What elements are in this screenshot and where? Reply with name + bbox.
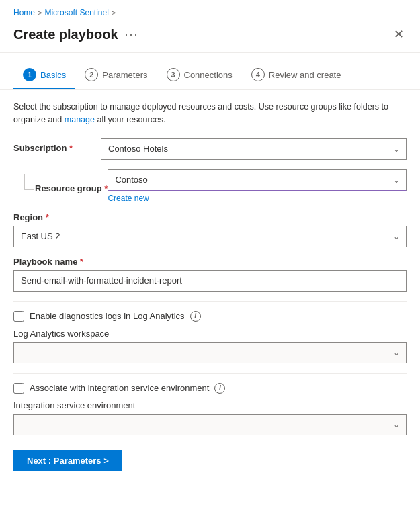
form-content: Select the subscription to manage deploy… xyxy=(0,90,420,484)
associate-integration-row: Associate with integration service envir… xyxy=(13,383,407,394)
log-analytics-section: Log Analytics workspace ⌄ xyxy=(13,329,407,363)
enable-diagnostics-row: Enable diagnostics logs in Log Analytics… xyxy=(13,311,407,322)
integration-env-select[interactable] xyxy=(13,414,407,435)
breadcrumb-sep2: > xyxy=(112,9,116,17)
next-button[interactable]: Next : Parameters > xyxy=(13,450,122,471)
region-select-wrapper: East US 2 ⌄ xyxy=(13,226,407,247)
associate-integration-info-icon[interactable]: i xyxy=(214,383,225,394)
tab-connections[interactable]: 3 Connections xyxy=(157,62,242,89)
divider2 xyxy=(13,373,407,374)
playbook-name-required: * xyxy=(80,257,83,267)
enable-diagnostics-checkbox[interactable] xyxy=(13,311,24,322)
tab-connections-label: Connections xyxy=(184,70,233,80)
dialog-title: Create playbook xyxy=(13,27,118,42)
tab-connections-num: 3 xyxy=(167,68,180,81)
subscription-select-wrapper: Contoso Hotels ⌄ xyxy=(101,138,407,160)
divider1 xyxy=(13,301,407,302)
tab-review-label: Review and create xyxy=(269,70,341,80)
associate-integration-label: Associate with integration service envir… xyxy=(30,383,209,393)
subscription-select[interactable]: Contoso Hotels xyxy=(101,138,407,160)
log-analytics-select-wrapper: ⌄ xyxy=(13,342,407,363)
desc-link[interactable]: manage xyxy=(65,115,95,124)
tab-parameters-num: 2 xyxy=(85,68,98,81)
integration-env-label: Integration service environment xyxy=(13,400,407,410)
wizard-tabs: 1 Basics 2 Parameters 3 Connections 4 Re… xyxy=(0,53,420,90)
resource-group-select[interactable]: Contoso xyxy=(108,169,407,191)
region-section: Region * East US 2 ⌄ xyxy=(13,212,407,247)
playbook-name-input[interactable] xyxy=(13,270,407,292)
region-required: * xyxy=(46,212,49,222)
log-analytics-select[interactable] xyxy=(13,342,407,363)
more-options-icon[interactable]: ··· xyxy=(125,28,139,42)
breadcrumb: Home > Microsoft Sentinel > xyxy=(0,0,420,21)
desc-text2: all your resources. xyxy=(95,115,166,124)
region-label: Region * xyxy=(13,212,407,222)
tab-parameters-label: Parameters xyxy=(102,70,147,80)
description: Select the subscription to manage deploy… xyxy=(13,101,407,126)
tab-basics[interactable]: 1 Basics xyxy=(13,62,75,89)
tab-review-num: 4 xyxy=(251,68,265,81)
subscription-required: * xyxy=(69,143,73,153)
tab-review[interactable]: 4 Review and create xyxy=(242,62,351,89)
breadcrumb-home[interactable]: Home xyxy=(13,8,35,17)
integration-env-section: Integration service environment ⌄ xyxy=(13,400,407,435)
dialog-title-row: Create playbook ··· xyxy=(13,27,139,42)
enable-diagnostics-info-icon[interactable]: i xyxy=(190,311,201,322)
associate-integration-checkbox[interactable] xyxy=(13,383,24,394)
breadcrumb-sep1: > xyxy=(38,9,42,17)
create-new-link[interactable]: Create new xyxy=(108,193,407,203)
tab-basics-num: 1 xyxy=(23,68,36,81)
tab-parameters[interactable]: 2 Parameters xyxy=(75,62,157,89)
log-analytics-label: Log Analytics workspace xyxy=(13,329,407,339)
close-button[interactable]: ✕ xyxy=(391,24,407,44)
dialog-header: Create playbook ··· ✕ xyxy=(0,21,420,53)
breadcrumb-sentinel[interactable]: Microsoft Sentinel xyxy=(44,8,108,17)
playbook-name-section: Playbook name * xyxy=(13,257,407,292)
region-select[interactable]: East US 2 xyxy=(13,226,407,247)
enable-diagnostics-label: Enable diagnostics logs in Log Analytics xyxy=(30,311,185,321)
integration-env-select-wrapper: ⌄ xyxy=(13,414,407,435)
playbook-name-label: Playbook name * xyxy=(13,257,407,267)
resource-group-label: Resource group * xyxy=(35,183,108,193)
tab-basics-label: Basics xyxy=(40,70,66,80)
resource-group-select-wrapper: Contoso ⌄ xyxy=(108,169,407,191)
subscription-label: Subscription * xyxy=(13,143,73,153)
